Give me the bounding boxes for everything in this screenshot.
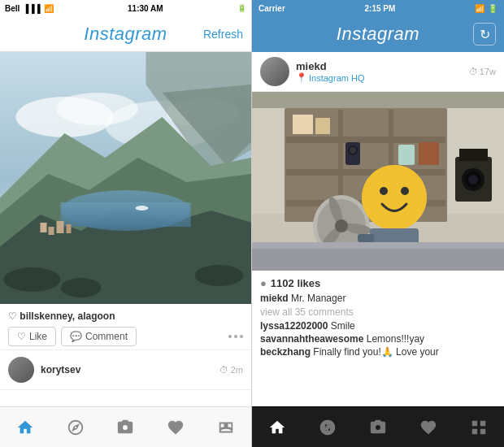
svg-point-14	[195, 265, 244, 286]
comment-user-1[interactable]: lyssa12202000	[260, 320, 328, 332]
svg-rect-49	[252, 242, 504, 249]
left-tab-camera[interactable]	[107, 410, 143, 445]
right-tab-grid[interactable]	[461, 410, 497, 445]
svg-rect-51	[459, 149, 488, 161]
like-heart-icon: ♡	[17, 331, 26, 342]
left-comment-preview: korytsev ⏱ 2m	[0, 350, 251, 390]
left-header: Instagram Refresh	[0, 16, 251, 52]
comment-line-2: savannahtheawesome Lemons!!!yay	[260, 333, 496, 345]
svg-rect-34	[398, 145, 415, 165]
left-signal-icon: ▐▐▐	[23, 4, 40, 13]
left-commenter-avatar	[8, 357, 34, 383]
heart-icon	[167, 419, 185, 436]
svg-point-54	[468, 175, 478, 184]
left-comment-time: ⏱ 2m	[219, 365, 243, 375]
like-button[interactable]: ♡ Like	[8, 327, 56, 346]
comment-line-3: beckzhang Finally find you!🙏 Love your	[260, 346, 496, 358]
svg-rect-25	[286, 169, 445, 176]
age-value: 17w	[480, 67, 496, 76]
left-tab-heart[interactable]	[158, 410, 193, 445]
right-post-location[interactable]: 📍 Instagram HQ	[296, 72, 463, 83]
dot-3	[240, 335, 243, 338]
svg-point-45	[401, 187, 409, 195]
liked-by-text: ♡ billskenney, alagoon	[8, 310, 243, 322]
right-tab-compass[interactable]	[310, 410, 345, 445]
left-tab-explore[interactable]	[58, 410, 93, 445]
right-refresh-button[interactable]: ↻	[473, 23, 496, 46]
liked-users: billskenney, alagoon	[20, 310, 115, 322]
svg-rect-15	[41, 223, 47, 232]
svg-rect-35	[419, 142, 439, 165]
svg-point-41	[335, 219, 348, 232]
left-carrier: Bell	[5, 4, 20, 13]
right-panel: Carrier 2:15 PM 📶 🔋 Instagram ↻ miekd 📍 …	[252, 0, 504, 447]
svg-rect-30	[315, 118, 330, 134]
right-battery-icon: 🔋	[488, 4, 497, 13]
left-panel: Bell ▐▐▐ 📶 11:30 AM 🔋 Instagram Refresh	[0, 0, 252, 447]
svg-point-19	[136, 206, 149, 210]
svg-rect-24	[286, 137, 445, 143]
right-time: 2:15 PM	[365, 4, 396, 13]
right-post-svg	[252, 92, 504, 271]
left-feed: ♡ billskenney, alagoon ♡ Like 💬 Comment	[0, 52, 251, 406]
comment-bubble-icon: 💬	[70, 331, 82, 342]
refresh-icon: ↻	[480, 27, 490, 42]
caption-body: Mr. Manager	[291, 293, 345, 304]
right-tab-heart[interactable]	[411, 410, 446, 445]
right-post-user-info: miekd 📍 Instagram HQ	[296, 60, 463, 83]
svg-rect-47	[358, 234, 374, 242]
left-battery-icon: 🔋	[237, 4, 246, 12]
time-value: 2m	[231, 365, 243, 375]
likes-row: ● 1102 likes	[260, 277, 496, 289]
view-comments-link[interactable]: view all 35 comments	[260, 306, 496, 318]
right-app-title: Instagram	[337, 24, 419, 45]
right-compass-icon	[319, 419, 337, 436]
comment-button[interactable]: 💬 Comment	[61, 327, 137, 346]
right-tab-camera[interactable]	[360, 410, 396, 445]
home-icon	[16, 419, 34, 436]
svg-point-33	[350, 147, 356, 154]
caption-username[interactable]: miekd	[260, 293, 289, 304]
pin-icon: 📍	[296, 72, 307, 83]
left-tabbar	[0, 406, 251, 447]
left-commenter-username: korytsev	[41, 364, 80, 375]
comment-label: Comment	[85, 331, 128, 342]
comment-line-1: lyssa12202000 Smile	[260, 320, 496, 332]
right-heart-icon	[419, 419, 437, 436]
right-wifi-icon: 📶	[475, 4, 484, 13]
like-label: Like	[29, 331, 47, 342]
explore-icon	[67, 419, 85, 436]
more-options-button[interactable]	[228, 335, 243, 338]
right-post-username[interactable]: miekd	[296, 60, 463, 72]
svg-point-43	[362, 165, 427, 230]
left-app-title: Instagram	[84, 24, 167, 45]
left-status-right: 🔋	[237, 4, 246, 12]
svg-rect-22	[252, 92, 504, 108]
svg-rect-16	[49, 227, 54, 235]
svg-point-12	[4, 267, 61, 292]
left-status-bar: Bell ▐▐▐ 📶 11:30 AM 🔋	[0, 0, 251, 16]
right-tabbar	[252, 406, 504, 447]
svg-rect-11	[61, 202, 191, 227]
comment-text-3: Finally find you!🙏 Love your	[313, 346, 438, 358]
right-tab-home[interactable]	[259, 410, 295, 445]
likes-count: 1102 likes	[271, 277, 320, 289]
dot-1	[228, 335, 232, 338]
profile-icon	[217, 419, 235, 436]
svg-point-13	[61, 278, 102, 297]
right-status-bar: Carrier 2:15 PM 📶 🔋	[252, 0, 504, 16]
left-tab-profile[interactable]	[208, 410, 244, 445]
svg-rect-29	[293, 115, 313, 134]
dot-2	[234, 335, 237, 338]
comment-text-1: Smile	[331, 320, 355, 332]
clock-icon-right: ⏱	[469, 67, 478, 76]
left-refresh-button[interactable]: Refresh	[203, 28, 243, 41]
comment-text-2: Lemons!!!yay	[367, 333, 424, 345]
heart-filled-icon: ●	[260, 277, 267, 289]
comment-user-3[interactable]: beckzhang	[260, 346, 311, 358]
comment-user-2[interactable]: savannahtheawesome	[260, 333, 363, 345]
right-carrier: Carrier	[259, 4, 285, 13]
camera-icon	[116, 419, 134, 436]
right-camera-icon	[369, 419, 387, 436]
left-tab-home[interactable]	[7, 410, 43, 445]
